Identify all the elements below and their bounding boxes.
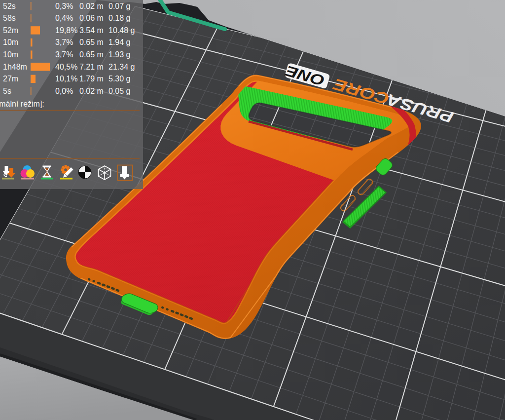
svg-text:0.02 m: 0.02 m xyxy=(79,2,104,10)
svg-text:1.93 g: 1.93 g xyxy=(108,50,130,59)
svg-text:0.06 m: 0.06 m xyxy=(79,14,104,22)
svg-text:0,4%: 0,4% xyxy=(55,14,73,22)
svg-text:1.94 g: 1.94 g xyxy=(108,38,130,46)
svg-text:7.21 m: 7.21 m xyxy=(79,63,104,71)
svg-text:0,0%: 0,0% xyxy=(55,87,73,95)
svg-text:0.18 g: 0.18 g xyxy=(108,14,130,22)
svg-text:3,7%: 3,7% xyxy=(55,50,73,59)
svg-text:10m: 10m xyxy=(3,50,18,59)
svg-text:1.79 m: 1.79 m xyxy=(79,75,104,83)
svg-text:0.65 m: 0.65 m xyxy=(79,50,104,59)
svg-text:5.30 g: 5.30 g xyxy=(108,75,130,83)
svg-text:10m: 10m xyxy=(3,38,18,46)
svg-text:21.34 g: 21.34 g xyxy=(108,63,135,71)
svg-text:3.54 m: 3.54 m xyxy=(79,26,104,35)
svg-text:52m: 52m xyxy=(3,26,18,35)
svg-text:0.65 m: 0.65 m xyxy=(79,38,104,46)
svg-text:0.05 g: 0.05 g xyxy=(108,87,130,95)
svg-text:[Normální režim]:: [Normální režim]: xyxy=(0,100,44,108)
svg-text:40,5%: 40,5% xyxy=(55,63,77,71)
svg-text:0.02 m: 0.02 m xyxy=(79,87,104,95)
svg-text:27m: 27m xyxy=(3,75,18,83)
svg-text:1h48m: 1h48m xyxy=(3,63,27,71)
svg-text:10.48 g: 10.48 g xyxy=(108,26,135,35)
svg-text:0.07 g: 0.07 g xyxy=(108,2,130,10)
svg-text:3,7%: 3,7% xyxy=(55,38,73,46)
svg-text:0,3%: 0,3% xyxy=(55,2,73,10)
svg-text:58s: 58s xyxy=(3,14,16,22)
svg-text:52s: 52s xyxy=(3,2,16,10)
svg-text:5s: 5s xyxy=(3,87,11,95)
svg-text:19,8%: 19,8% xyxy=(55,26,77,35)
svg-text:10,1%: 10,1% xyxy=(55,75,77,83)
